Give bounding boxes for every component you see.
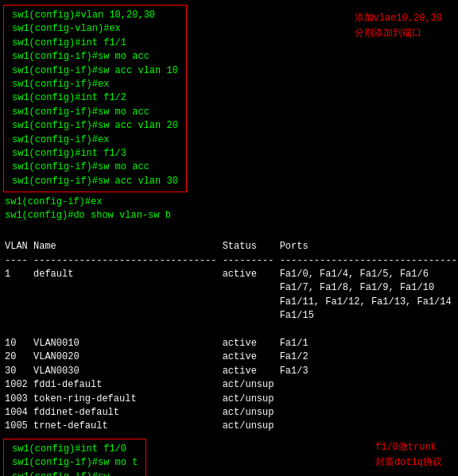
bottom-code-block: sw1(config)#int f1/0 sw1(config-if)#sw m… xyxy=(7,441,142,476)
vlan-table: VLAN Name Status Ports ---- ------------… xyxy=(0,225,458,435)
bottom-section: sw1(config)#int f1/0 sw1(config-if)#sw m… xyxy=(0,437,458,476)
terminal-container: sw1(config)#vlan 10,20,30 sw1(config-vla… xyxy=(0,0,458,476)
annotation-vlan: 添加vlan10,20,30 分别添加到端口 xyxy=(355,11,442,41)
top-section: sw1(config)#vlan 10,20,30 sw1(config-vla… xyxy=(0,3,458,192)
annotation-trunk: f1/0做trunk 封装dot1q协议 xyxy=(375,440,442,470)
after-top-block: sw1(config-if)#ex sw1(config)#do show vl… xyxy=(0,194,458,225)
top-code-block: sw1(config)#vlan 10,20,30 sw1(config-vla… xyxy=(7,7,183,190)
